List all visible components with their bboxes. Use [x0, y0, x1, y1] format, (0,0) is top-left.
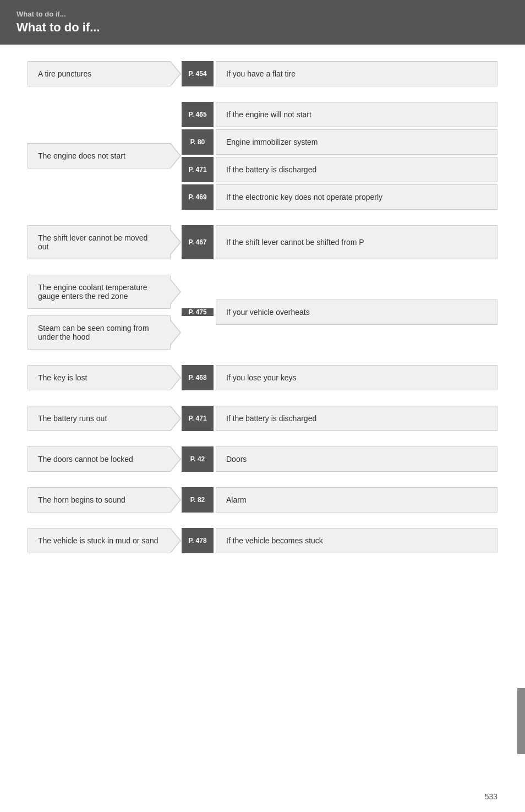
tire-row: A tire punctures P. 454 If you have a fl… — [28, 61, 497, 86]
entry-battery: The battery runs out P. 471 If the batte… — [28, 406, 497, 431]
entry-doors: The doors cannot be locked P. 42 Doors — [28, 446, 497, 472]
engine-right-row-3: P. 469 If the electronic key does not op… — [171, 184, 497, 210]
engine-page-3: P. 469 — [182, 184, 214, 210]
engine-desc-3: If the electronic key does not operate p… — [216, 184, 497, 210]
tire-label: A tire punctures — [38, 69, 91, 78]
doors-page-badge: P. 42 — [182, 446, 214, 472]
battery-label: The battery runs out — [38, 414, 107, 423]
overheat-right-col: P. 475 If your vehicle overheats — [171, 275, 497, 350]
tire-left-box: A tire punctures — [28, 61, 171, 86]
entry-key-lost: The key is lost P. 468 If you lose your … — [28, 365, 497, 390]
engine-desc-2: If the battery is discharged — [216, 157, 497, 182]
battery-row: The battery runs out P. 471 If the batte… — [28, 406, 497, 431]
doors-row: The doors cannot be locked P. 42 Doors — [28, 446, 497, 472]
stuck-page-badge: P. 478 — [182, 528, 214, 553]
page-number: 533 — [485, 792, 497, 801]
battery-left-box: The battery runs out — [28, 406, 171, 431]
tire-right-box: If you have a flat tire — [216, 61, 497, 86]
key-row: The key is lost P. 468 If you lose your … — [28, 365, 497, 390]
entry-tire: A tire punctures P. 454 If you have a fl… — [28, 61, 497, 86]
shift-page-badge: P. 467 — [182, 225, 214, 259]
overheat-left-box-1: The engine coolant temperature gauge ent… — [28, 275, 171, 309]
header-title: What to do if... — [17, 20, 508, 35]
horn-row: The horn begins to sound P. 82 Alarm — [28, 487, 497, 513]
overheat-right-inner: P. 475 If your vehicle overheats — [171, 275, 497, 350]
overheat-label-1: The engine coolant temperature gauge ent… — [38, 283, 160, 301]
overheat-label-2: Steam can be seen coming from under the … — [38, 324, 160, 341]
stuck-row: The vehicle is stuck in mud or sand P. 4… — [28, 528, 497, 553]
key-label: The key is lost — [38, 373, 87, 382]
sidebar-accent — [517, 688, 525, 754]
shift-label: The shift lever cannot be moved out — [38, 233, 160, 251]
overheat-page-badge: P. 475 — [182, 308, 214, 316]
engine-left-col: The engine does not start — [28, 102, 171, 210]
header-subtitle: What to do if... — [17, 10, 508, 18]
overheat-left-col: The engine coolant temperature gauge ent… — [28, 275, 171, 350]
horn-left-box: The horn begins to sound — [28, 487, 171, 513]
entry-horn: The horn begins to sound P. 82 Alarm — [28, 487, 497, 513]
engine-page-2: P. 471 — [182, 157, 214, 182]
horn-label: The horn begins to sound — [38, 495, 125, 504]
tire-page-badge: P. 454 — [182, 61, 214, 86]
entry-engine-no-start: The engine does not start P. 465 If the … — [28, 102, 497, 210]
main-content: A tire punctures P. 454 If you have a fl… — [0, 45, 525, 602]
page-header: What to do if... What to do if... — [0, 0, 525, 45]
overheat-right-box: If your vehicle overheats — [216, 299, 497, 325]
entry-overheat: The engine coolant temperature gauge ent… — [28, 275, 497, 350]
entry-stuck: The vehicle is stuck in mud or sand P. 4… — [28, 528, 497, 553]
stuck-right-box: If the vehicle becomes stuck — [216, 528, 497, 553]
key-left-box: The key is lost — [28, 365, 171, 390]
engine-right-col: P. 465 If the engine will not start P. 8… — [171, 102, 497, 210]
stuck-label: The vehicle is stuck in mud or sand — [38, 536, 158, 545]
doors-label: The doors cannot be locked — [38, 455, 133, 464]
engine-page-1: P. 80 — [182, 129, 214, 155]
engine-label: The engine does not start — [38, 151, 125, 160]
engine-desc-1: Engine immobilizer system — [216, 129, 497, 155]
battery-right-box: If the battery is discharged — [216, 406, 497, 431]
shift-row: The shift lever cannot be moved out P. 4… — [28, 225, 497, 259]
battery-page-badge: P. 471 — [182, 406, 214, 431]
doors-left-box: The doors cannot be locked — [28, 446, 171, 472]
entry-shift-lever: The shift lever cannot be moved out P. 4… — [28, 225, 497, 259]
shift-left-box: The shift lever cannot be moved out — [28, 225, 171, 259]
horn-right-box: Alarm — [216, 487, 497, 513]
engine-desc-0: If the engine will not start — [216, 102, 497, 127]
engine-right-row-0: P. 465 If the engine will not start — [171, 102, 497, 127]
shift-right-box: If the shift lever cannot be shifted fro… — [216, 225, 497, 259]
horn-page-badge: P. 82 — [182, 487, 214, 513]
engine-right-row-2: P. 471 If the battery is discharged — [171, 157, 497, 182]
stuck-left-box: The vehicle is stuck in mud or sand — [28, 528, 171, 553]
engine-page-0: P. 465 — [182, 102, 214, 127]
key-page-badge: P. 468 — [182, 365, 214, 390]
overheat-left-box-2: Steam can be seen coming from under the … — [28, 315, 171, 350]
doors-right-box: Doors — [216, 446, 497, 472]
engine-right-row-1: P. 80 Engine immobilizer system — [171, 129, 497, 155]
key-right-box: If you lose your keys — [216, 365, 497, 390]
engine-left-box: The engine does not start — [28, 143, 171, 168]
